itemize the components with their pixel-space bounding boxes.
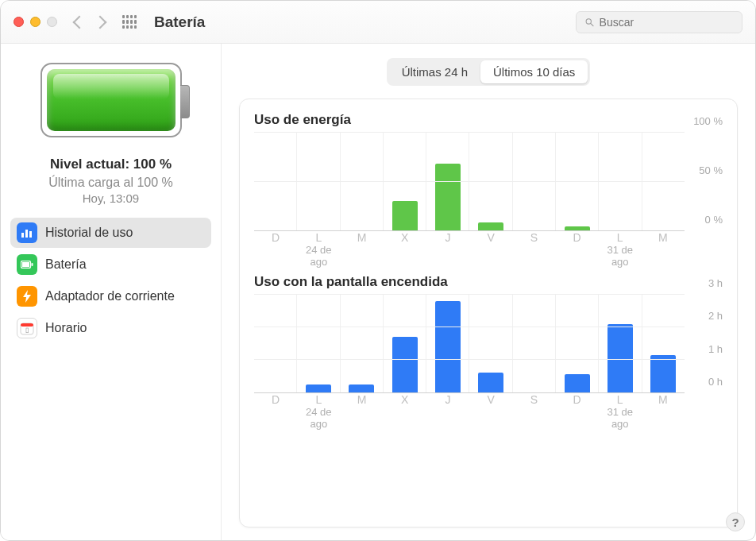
svg-rect-7 xyxy=(32,263,33,266)
svg-rect-6 xyxy=(22,262,29,267)
x-tick-label: M xyxy=(642,393,685,406)
chart-bar xyxy=(608,324,633,392)
window-titlebar: Batería xyxy=(1,1,755,44)
traffic-lights xyxy=(14,17,57,27)
sidebar-item-usage-history[interactable]: Historial de uso xyxy=(10,218,211,248)
charts-pane: Uso de energía 0 %50 %100 % DL24 de agoM… xyxy=(239,99,738,527)
svg-point-0 xyxy=(586,18,591,23)
sidebar-item-schedule[interactable]: ▯ Horario xyxy=(10,313,211,343)
sidebar-item-label: Batería xyxy=(45,257,87,272)
x-tick-label: M xyxy=(642,231,685,244)
screen-on-title: Uso con la pantalla encendida xyxy=(254,274,723,290)
sidebar-item-label: Horario xyxy=(45,321,87,335)
preferences-window: Batería Nivel actual: 100 % Última carga… xyxy=(0,0,756,541)
search-input[interactable] xyxy=(600,16,734,29)
y-tick-label: 2 h xyxy=(708,310,723,322)
tab-last-10-days[interactable]: Últimos 10 días xyxy=(480,60,588,83)
screen-on-chart-block: Uso con la pantalla encendida 0 h1 h2 h3… xyxy=(254,274,723,422)
svg-rect-2 xyxy=(21,233,24,238)
x-sub-label: 31 de ago xyxy=(599,406,642,430)
zoom-button[interactable] xyxy=(47,17,57,27)
sidebar-nav: Historial de uso Batería Adaptador de co… xyxy=(1,218,221,343)
chart-bar xyxy=(392,337,418,392)
chart-bar xyxy=(650,355,676,392)
x-tick-label: L xyxy=(297,393,340,406)
minimize-button[interactable] xyxy=(30,17,40,27)
time-range-segmented: Últimas 24 h Últimos 10 días xyxy=(387,58,591,86)
x-tick-label: J xyxy=(426,231,469,244)
x-tick-label: D xyxy=(254,393,297,406)
current-level-label: Nivel actual: 100 % xyxy=(1,157,221,172)
close-button[interactable] xyxy=(14,17,24,27)
chart-bar xyxy=(306,384,331,392)
x-sub-label: 31 de ago xyxy=(599,244,642,268)
chart-bar xyxy=(435,301,461,392)
chart-bar xyxy=(478,222,503,230)
svg-rect-4 xyxy=(29,231,32,238)
x-tick-label: V xyxy=(469,231,512,244)
x-tick-label: V xyxy=(469,393,512,406)
chart-bar xyxy=(392,201,418,230)
x-tick-label: X xyxy=(384,231,426,244)
battery-level-info: Nivel actual: 100 % Última carga al 100 … xyxy=(1,157,221,205)
search-field[interactable] xyxy=(576,11,742,33)
forward-button-icon[interactable] xyxy=(94,15,107,29)
x-tick-label: M xyxy=(340,231,383,244)
y-tick-label: 100 % xyxy=(693,115,723,127)
x-tick-label: L xyxy=(297,231,340,244)
x-tick-label: D xyxy=(555,231,598,244)
back-button-icon[interactable] xyxy=(73,15,87,29)
sidebar-item-battery[interactable]: Batería xyxy=(10,249,211,280)
show-all-prefs-button[interactable] xyxy=(122,15,137,29)
x-tick-label: X xyxy=(384,393,426,406)
main-content: Últimas 24 h Últimos 10 días Uso de ener… xyxy=(222,44,755,540)
x-tick-label: L xyxy=(599,393,642,406)
x-tick-label: S xyxy=(512,393,555,406)
x-sub-label: 24 de ago xyxy=(297,406,340,430)
last-charge-label: Última carga al 100 % xyxy=(1,176,221,190)
last-charge-time: Hoy, 13:09 xyxy=(1,191,221,205)
nav-arrows xyxy=(75,17,105,27)
tab-last-24h[interactable]: Últimas 24 h xyxy=(389,60,480,83)
help-button[interactable]: ? xyxy=(726,512,745,531)
chart-bar xyxy=(565,374,590,392)
y-tick-label: 1 h xyxy=(708,342,723,354)
bolt-icon xyxy=(17,286,37,307)
screen-on-chart: 0 h1 h2 h3 h DL24 de agoMXJVSDL31 de ago… xyxy=(254,295,723,422)
battery-icon xyxy=(17,254,37,275)
x-tick-label: D xyxy=(555,393,598,406)
battery-graphic xyxy=(1,63,221,137)
x-tick-label: L xyxy=(599,231,642,244)
y-tick-label: 0 h xyxy=(708,376,723,388)
energy-usage-chart-block: Uso de energía 0 %50 %100 % DL24 de agoM… xyxy=(254,112,723,260)
svg-text:▯: ▯ xyxy=(25,327,29,334)
energy-usage-chart: 0 %50 %100 % DL24 de agoMXJVSDL31 de ago… xyxy=(254,133,723,260)
help-icon: ? xyxy=(731,516,739,529)
x-sub-label: 24 de ago xyxy=(297,244,340,268)
chart-bar xyxy=(565,226,590,230)
y-tick-label: 3 h xyxy=(708,277,723,289)
chart-bar xyxy=(435,164,461,230)
calendar-icon: ▯ xyxy=(17,318,37,338)
svg-rect-3 xyxy=(25,230,28,238)
chart-bar xyxy=(478,373,503,392)
energy-usage-title: Uso de energía xyxy=(254,112,723,128)
svg-line-1 xyxy=(591,23,593,25)
x-tick-label: J xyxy=(426,393,469,406)
bars-icon xyxy=(17,222,37,243)
y-tick-label: 50 % xyxy=(699,164,723,176)
search-icon xyxy=(584,17,595,28)
window-title: Batería xyxy=(154,14,205,31)
sidebar: Nivel actual: 100 % Última carga al 100 … xyxy=(1,44,222,540)
y-tick-label: 0 % xyxy=(705,214,723,226)
x-tick-label: M xyxy=(340,393,383,406)
sidebar-item-power-adapter[interactable]: Adaptador de corriente xyxy=(10,281,211,311)
window-body: Nivel actual: 100 % Última carga al 100 … xyxy=(1,44,755,540)
sidebar-item-label: Adaptador de corriente xyxy=(45,289,175,303)
x-tick-label: S xyxy=(512,231,555,244)
x-tick-label: D xyxy=(254,231,297,244)
sidebar-item-label: Historial de uso xyxy=(45,226,133,240)
chart-bar xyxy=(349,384,374,392)
